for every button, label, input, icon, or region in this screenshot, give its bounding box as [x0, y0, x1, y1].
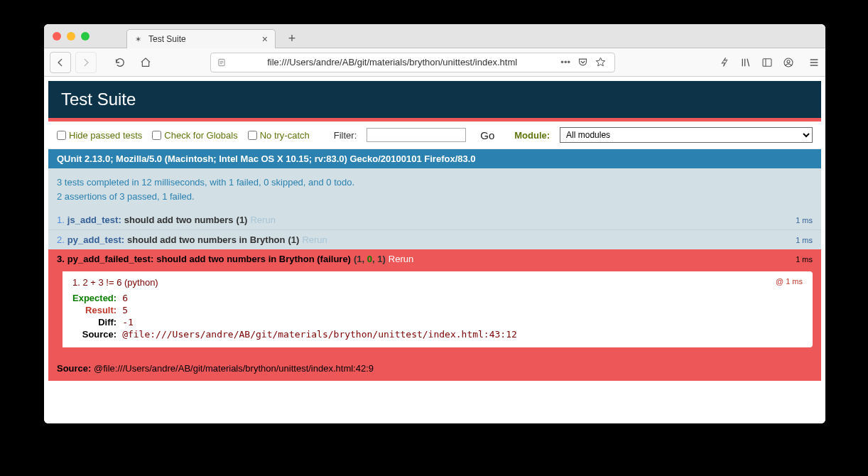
- arrow-right-icon: [81, 58, 91, 67]
- outer-source-value: @file:///Users/andre/AB/git/materials/br…: [94, 363, 374, 374]
- reload-icon: [114, 57, 126, 68]
- assertion-box: 1. 2 + 3 != 6 (python) @ 1 ms Expected: …: [57, 271, 813, 347]
- source-label: Source:: [72, 328, 122, 340]
- result-value: 5: [122, 304, 517, 316]
- close-window-icon[interactable]: [53, 32, 61, 40]
- no-trycatch-input[interactable]: [248, 131, 257, 140]
- test-module: py_add_test:: [67, 234, 124, 245]
- test-index: 1.: [57, 215, 65, 225]
- test-module: py_add_failed_test:: [67, 254, 153, 264]
- no-trycatch-checkbox[interactable]: No try-catch: [248, 130, 310, 141]
- library-icon[interactable]: [740, 57, 752, 68]
- test-row[interactable]: 1. js_add_test: should add two numbers (…: [48, 210, 821, 229]
- arrow-left-icon: [55, 58, 65, 67]
- pocket-icon[interactable]: [577, 57, 588, 67]
- maximize-window-icon[interactable]: [81, 32, 89, 40]
- test-desc: should add two numbers in Brython: [127, 234, 285, 245]
- minimize-window-icon[interactable]: [67, 32, 75, 40]
- qunit-toolbar: Hide passed tests Check for Globals No t…: [48, 121, 821, 149]
- test-time: 1 ms: [796, 236, 813, 244]
- forward-button[interactable]: [75, 52, 97, 73]
- page-viewport[interactable]: Test Suite Hide passed tests Check for G…: [44, 77, 825, 423]
- new-tab-button[interactable]: +: [283, 29, 301, 48]
- close-tab-icon[interactable]: ×: [262, 34, 268, 44]
- module-select[interactable]: All modules: [560, 127, 813, 143]
- tab-favicon-icon: ✶: [133, 34, 143, 44]
- toolbar-right: [719, 57, 820, 68]
- hide-passed-input[interactable]: [57, 131, 66, 140]
- test-time: 1 ms: [796, 255, 813, 264]
- test-time: 1 ms: [796, 216, 813, 225]
- qunit-tests: 1. js_add_test: should add two numbers (…: [48, 210, 821, 269]
- svg-line-6: [747, 58, 749, 66]
- browser-tab[interactable]: ✶ Test Suite ×: [126, 29, 276, 48]
- filter-go-button[interactable]: Go: [480, 129, 494, 141]
- hide-passed-label: Hide passed tests: [69, 130, 142, 141]
- diff-value: -1: [122, 316, 517, 328]
- qunit-header: Test Suite: [48, 81, 821, 118]
- devtools-icon[interactable]: [719, 57, 730, 68]
- check-globals-label: Check for Globals: [164, 130, 237, 141]
- test-module: js_add_test:: [67, 215, 121, 225]
- module-label: Module:: [514, 130, 550, 141]
- test-source-line: Source: @file:///Users/andre/AB/git/mate…: [48, 356, 821, 381]
- assertion-table: Expected: 6 Result: 5 Diff: -1 Source: @…: [72, 292, 517, 340]
- qunit-testresult: 3 tests completed in 12 milliseconds, wi…: [48, 168, 821, 210]
- result-label: Result:: [72, 304, 122, 316]
- bookmark-icon[interactable]: [595, 57, 606, 67]
- reload-button[interactable]: [109, 52, 131, 73]
- summary-line-2: 2 assertions of 3 passed, 1 failed.: [57, 190, 813, 204]
- summary-line-1: 3 tests completed in 12 milliseconds, wi…: [57, 175, 813, 190]
- expected-label: Expected:: [72, 292, 122, 304]
- rerun-link[interactable]: Rerun: [250, 215, 275, 225]
- back-button[interactable]: [50, 52, 71, 73]
- home-icon: [140, 57, 151, 68]
- filter-label: Filter:: [334, 130, 357, 141]
- svg-point-10: [787, 60, 790, 63]
- assertion-time: @ 1 ms: [776, 277, 803, 286]
- url-text: file:///Users/andre/AB/git/materials/bry…: [232, 57, 552, 67]
- url-input[interactable]: file:///Users/andre/AB/git/materials/bry…: [210, 53, 615, 72]
- url-bar: file:///Users/andre/AB/git/materials/bry…: [210, 53, 615, 72]
- home-button[interactable]: [135, 52, 156, 73]
- test-row[interactable]: 2. py_add_test: should add two numbers i…: [48, 229, 821, 249]
- qunit-container: Test Suite Hide passed tests Check for G…: [48, 81, 821, 381]
- no-trycatch-label: No try-catch: [260, 130, 310, 141]
- test-counts: (1): [237, 215, 248, 225]
- source-value: @file:///Users/andre/AB/git/materials/br…: [122, 328, 517, 340]
- check-globals-input[interactable]: [152, 131, 161, 140]
- test-counts: (1, 0, 1): [354, 254, 386, 264]
- test-counts: (1): [288, 234, 300, 245]
- check-globals-checkbox[interactable]: Check for Globals: [152, 130, 237, 141]
- tab-title: Test Suite: [148, 34, 186, 44]
- page-info-icon[interactable]: [217, 58, 227, 67]
- browser-toolbar: file:///Users/andre/AB/git/materials/bry…: [44, 48, 825, 77]
- page-actions-icon[interactable]: •••: [560, 57, 570, 67]
- diff-label: Diff:: [72, 316, 122, 328]
- hamburger-menu-icon[interactable]: [808, 57, 820, 68]
- assertion-title: 1. 2 + 3 != 6 (python): [72, 277, 803, 288]
- hide-passed-checkbox[interactable]: Hide passed tests: [57, 130, 142, 141]
- filter-input[interactable]: [367, 128, 466, 142]
- test-index: 2.: [57, 234, 65, 245]
- rerun-link[interactable]: Rerun: [302, 234, 327, 245]
- test-desc: should add two numbers in Brython (failu…: [156, 254, 351, 264]
- sidebar-icon[interactable]: [761, 57, 773, 68]
- test-index: 3.: [57, 254, 65, 264]
- test-desc: should add two numbers: [124, 215, 234, 225]
- window-controls: [44, 24, 98, 48]
- qunit-useragent: QUnit 2.13.0; Mozilla/5.0 (Macintosh; In…: [48, 149, 821, 168]
- tab-strip: ✶ Test Suite × +: [44, 24, 825, 48]
- plus-icon: +: [288, 31, 296, 46]
- account-icon[interactable]: [783, 57, 794, 68]
- test-row[interactable]: 3. py_add_failed_test: should add two nu…: [48, 249, 821, 269]
- rerun-link[interactable]: Rerun: [389, 254, 413, 264]
- browser-window: ✶ Test Suite × + file:///Users/and: [44, 24, 825, 423]
- outer-source-label: Source:: [57, 363, 91, 374]
- qunit-title: Test Suite: [61, 90, 136, 109]
- expected-value: 6: [122, 292, 517, 304]
- test-failure-body: 1. 2 + 3 != 6 (python) @ 1 ms Expected: …: [48, 269, 821, 356]
- svg-rect-7: [763, 58, 771, 66]
